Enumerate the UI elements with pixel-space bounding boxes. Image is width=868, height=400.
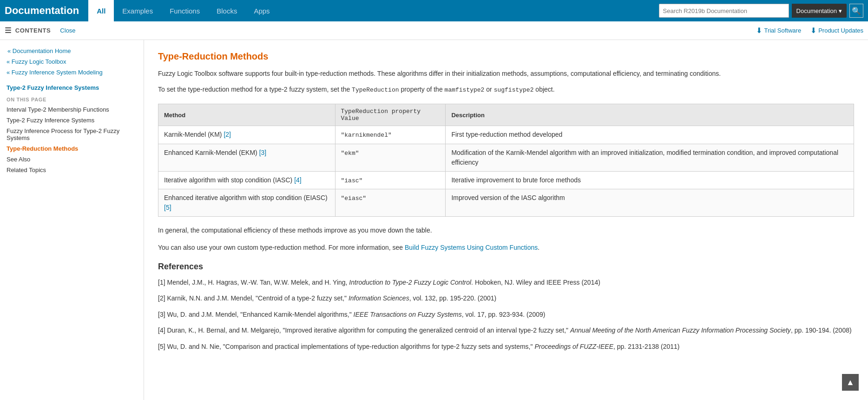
sub-header-right: ⬇ Trial Software ⬇ Product Updates (756, 26, 863, 35)
tab-all[interactable]: All (88, 0, 114, 21)
table-row: Enhanced iterative algorithm with stop c… (158, 189, 854, 217)
main-content: Type-Reduction Methods Fuzzy Logic Toolb… (144, 40, 868, 400)
reference-4: [4] Duran, K., H. Bernal, and M. Melgare… (158, 325, 854, 335)
sidebar: « Documentation Home « Fuzzy Logic Toolb… (0, 40, 144, 400)
table-row: Enhanced Karnik-Mendel (EKM) [3] "ekm" M… (158, 144, 854, 171)
para-efficiency: In general, the computational efficiency… (158, 225, 854, 235)
ref-link-4[interactable]: [4] (294, 176, 302, 184)
breadcrumb-doc-home[interactable]: « Documentation Home (0, 46, 144, 56)
table-row: Iterative algorithm with stop condition … (158, 171, 854, 189)
ref-link-2[interactable]: [2] (224, 131, 231, 138)
search-submit-button[interactable]: 🔍 (849, 4, 863, 18)
logo: Documentation (5, 5, 79, 17)
up-arrow-icon: ▲ (846, 378, 855, 387)
on-this-page-label: ON THIS PAGE (0, 93, 144, 104)
table-header-method: Method (158, 104, 335, 126)
product-updates-link[interactable]: ⬇ Product Updates (810, 26, 863, 35)
download-icon: ⬇ (756, 26, 762, 35)
sidebar-item-type2-fis[interactable]: Type-2 Fuzzy Inference Systems (0, 82, 144, 93)
search-icon: 🔍 (852, 7, 861, 15)
nav-tabs: All Examples Functions Blocks Apps (88, 0, 658, 21)
table-cell-desc: Iterative improvement to brute force met… (446, 171, 854, 189)
tab-examples[interactable]: Examples (114, 0, 161, 21)
reference-1: [1] Mendel, J.M., H. Hagras, W.-W. Tan, … (158, 277, 854, 287)
table-header-value: TypeReduction property Value (335, 104, 446, 126)
breadcrumb-fuzzy-toolbox[interactable]: « Fuzzy Logic Toolbox (0, 56, 144, 67)
table-cell-desc: First type-reduction method developed (446, 126, 854, 144)
close-button[interactable]: Close (60, 27, 75, 34)
sidebar-item-fuzzy-process[interactable]: Fuzzy Inference Process for Type-2 Fuzzy… (0, 126, 144, 143)
ref-link-3[interactable]: [3] (259, 149, 267, 156)
tab-blocks[interactable]: Blocks (208, 0, 245, 21)
table-cell-method: Enhanced Karnik-Mendel (EKM) [3] (158, 144, 335, 171)
breadcrumb-fis-modeling[interactable]: « Fuzzy Inference System Modeling (0, 67, 144, 78)
scroll-top-button[interactable]: ▲ (842, 374, 859, 391)
trial-software-link[interactable]: ⬇ Trial Software (756, 26, 801, 35)
page-title: Type-Reduction Methods (158, 51, 854, 62)
table-cell-value: "ekm" (335, 144, 446, 171)
table-cell-method: Enhanced iterative algorithm with stop c… (158, 189, 335, 217)
reference-3: [3] Wu, D. and J.M. Mendel, "Enhanced Ka… (158, 309, 854, 320)
chevron-down-icon: ▾ (839, 7, 842, 14)
search-input[interactable] (659, 4, 789, 18)
contents-label: CONTENTS (15, 27, 51, 34)
table-cell-value: "karnikmendel" (335, 126, 446, 144)
hamburger-icon: ☰ (5, 26, 12, 35)
table-cell-desc: Improved version of the IASC algorithm (446, 189, 854, 217)
sidebar-item-type2-inference[interactable]: Type-2 Fuzzy Inference Systems (0, 115, 144, 126)
sugfistype2-code: sugfistype2 (494, 87, 534, 93)
build-fuzzy-link[interactable]: Build Fuzzy Systems Using Custom Functio… (405, 244, 538, 251)
contents-toggle[interactable]: ☰ CONTENTS (5, 26, 51, 35)
sidebar-item-type-reduction[interactable]: Type-Reduction Methods (0, 143, 144, 154)
intro-paragraph-1: Fuzzy Logic Toolbox software supports fo… (158, 68, 854, 79)
table-cell-method: Karnik-Mendel (KM) [2] (158, 126, 335, 144)
table-header-description: Description (446, 104, 854, 126)
main-header: Documentation All Examples Functions Blo… (0, 0, 868, 21)
type-reduction-code: TypeReduction (352, 87, 399, 93)
sidebar-item-see-also[interactable]: See Also (0, 154, 144, 165)
sub-header: ☰ CONTENTS Close ⬇ Trial Software ⬇ Prod… (0, 21, 868, 40)
intro-paragraph-2: To set the type-reduction method for a t… (158, 84, 854, 95)
table-row: Karnik-Mendel (KM) [2] "karnikmendel" Fi… (158, 126, 854, 144)
reference-5: [5] Wu, D. and N. Nie, "Comparison and p… (158, 341, 854, 352)
layout: « Documentation Home « Fuzzy Logic Toolb… (0, 40, 868, 400)
table-cell-method: Iterative algorithm with stop condition … (158, 171, 335, 189)
ref-link-5[interactable]: [5] (164, 204, 171, 211)
references-heading: References (158, 262, 854, 272)
mamfistype2-code: mamfistype2 (445, 87, 485, 93)
download-icon-2: ⬇ (810, 26, 816, 35)
sidebar-item-interval-type2[interactable]: Interval Type-2 Membership Functions (0, 104, 144, 115)
methods-table: Method TypeReduction property Value Desc… (158, 104, 854, 217)
tab-functions[interactable]: Functions (161, 0, 208, 21)
table-cell-desc: Modification of the Karnik-Mendel algori… (446, 144, 854, 171)
table-cell-value: "eiasc" (335, 189, 446, 217)
search-area: Documentation ▾ 🔍 (659, 4, 863, 18)
tab-apps[interactable]: Apps (245, 0, 278, 21)
reference-2: [2] Karnik, N.N. and J.M. Mendel, "Centr… (158, 293, 854, 303)
sidebar-item-related-topics[interactable]: Related Topics (0, 165, 144, 175)
documentation-dropdown-button[interactable]: Documentation ▾ (792, 4, 847, 18)
para-custom: You can also use your own custom type-re… (158, 242, 854, 253)
table-cell-value: "iasc" (335, 171, 446, 189)
